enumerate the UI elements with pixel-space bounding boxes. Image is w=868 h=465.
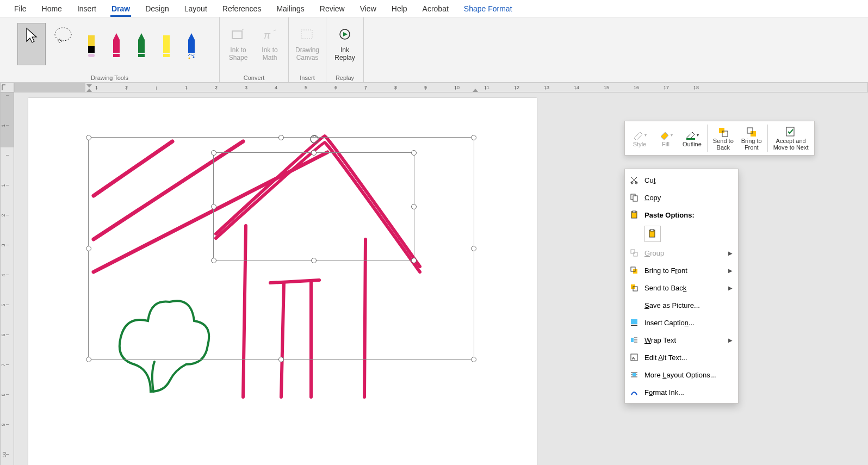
svg-rect-18 <box>232 31 242 39</box>
context-menu: Cut Copy Paste Options: Group ▶ Bring to… <box>624 169 739 404</box>
svg-text:A: A <box>632 356 635 361</box>
accept-move-icon <box>785 126 797 138</box>
cm-wrap-text[interactable]: Wrap Text ▶ <box>625 331 738 349</box>
bring-to-front-icon <box>629 265 639 275</box>
svg-rect-7 <box>113 54 120 57</box>
pen-tool-4[interactable] <box>156 28 177 60</box>
wrap-text-icon <box>629 335 639 345</box>
svg-marker-25 <box>473 89 478 92</box>
cm-cut[interactable]: Cut <box>625 171 738 189</box>
horizontal-ruler[interactable]: 12123456789101112131415161718 <box>14 83 868 92</box>
chevron-right-icon: ▶ <box>728 285 733 291</box>
ruler-row: 12123456789101112131415161718 <box>0 83 868 92</box>
caption-icon <box>629 318 639 327</box>
tab-mailings[interactable]: Mailings <box>269 1 312 16</box>
svg-rect-13 <box>163 54 170 57</box>
lasso-tool-button[interactable] <box>49 23 77 65</box>
tab-view[interactable]: View <box>352 1 384 16</box>
svg-rect-30 <box>751 131 756 137</box>
ribbon: Drawing Tools Ink to Shape π Ink to Math… <box>0 17 868 83</box>
ribbon-group-replay-label: Replay <box>336 73 354 81</box>
mini-outline-button[interactable]: ▾ Outline <box>679 123 705 153</box>
tab-home[interactable]: Home <box>34 1 70 16</box>
cm-copy[interactable]: Copy <box>625 189 738 206</box>
tab-draw[interactable]: Draw <box>104 1 138 16</box>
ribbon-group-drawing-tools-label: Drawing Tools <box>91 73 128 81</box>
svg-rect-27 <box>686 138 695 140</box>
svg-rect-12 <box>163 40 170 53</box>
tab-shape-format[interactable]: Shape Format <box>456 1 520 16</box>
cm-paste-options-header: Paste Options: <box>625 206 738 224</box>
svg-point-17 <box>193 57 194 58</box>
svg-rect-47 <box>631 319 637 324</box>
tab-acrobat[interactable]: Acrobat <box>415 1 456 16</box>
mini-send-to-back-button[interactable]: Send to Back <box>710 123 737 153</box>
cut-icon <box>629 175 639 185</box>
cm-save-as-picture[interactable]: Save as Picture... <box>625 296 738 314</box>
cursor-icon <box>23 26 40 45</box>
layout-icon <box>629 370 639 380</box>
svg-rect-4 <box>88 54 95 57</box>
ink-to-shape-icon <box>230 26 246 45</box>
style-icon: ▾ <box>633 129 647 141</box>
send-to-back-icon <box>629 283 639 293</box>
mini-accept-move-button[interactable]: Accept and Move to Next <box>770 123 812 153</box>
svg-rect-9 <box>138 40 145 53</box>
svg-marker-24 <box>86 89 92 92</box>
pen-tool-3[interactable] <box>131 28 152 60</box>
svg-rect-38 <box>633 211 636 213</box>
ribbon-group-insert-label: Insert <box>300 73 315 81</box>
tab-insert[interactable]: Insert <box>70 1 104 16</box>
svg-rect-28 <box>719 128 724 133</box>
pen-tool-1[interactable] <box>80 28 102 60</box>
svg-rect-49 <box>631 338 634 342</box>
rotate-handle[interactable] <box>309 134 318 143</box>
svg-rect-41 <box>631 250 635 253</box>
tab-review[interactable]: Review <box>312 1 352 16</box>
mini-toolbar: ▾ Style ▾ Fill ▾ Outline Send to Back Br… <box>624 121 815 156</box>
chevron-right-icon: ▶ <box>728 268 733 274</box>
svg-marker-5 <box>113 33 120 40</box>
tab-layout[interactable]: Layout <box>177 1 215 16</box>
cm-edit-alt-text[interactable]: A Edit Alt Text... <box>625 349 738 366</box>
svg-rect-42 <box>634 252 637 256</box>
svg-point-16 <box>188 58 190 59</box>
tab-references[interactable]: References <box>215 1 269 16</box>
outline-icon: ▾ <box>685 129 699 141</box>
mini-bring-to-front-button[interactable]: Bring to Front <box>738 123 765 153</box>
pen-tool-2[interactable] <box>106 28 127 60</box>
tab-file[interactable]: File <box>7 1 34 16</box>
ink-replay-icon <box>337 26 353 45</box>
cm-paste-keep-source[interactable] <box>644 226 661 242</box>
svg-marker-14 <box>188 33 195 40</box>
paste-icon <box>629 210 639 220</box>
cm-more-layout-options[interactable]: More Layout Options... <box>625 366 738 383</box>
mini-fill-button: ▾ Fill <box>653 123 678 153</box>
tab-design[interactable]: Design <box>138 1 177 16</box>
drawing-canvas-icon <box>299 26 315 45</box>
svg-rect-15 <box>188 40 195 53</box>
copy-icon <box>629 193 639 202</box>
svg-rect-10 <box>138 54 145 57</box>
group-icon <box>629 248 639 258</box>
select-tool-button[interactable] <box>17 23 46 65</box>
svg-rect-6 <box>113 40 120 53</box>
svg-rect-32 <box>786 127 794 136</box>
pen-tool-5[interactable] <box>181 28 202 60</box>
cm-insert-caption[interactable]: Insert Caption... <box>625 314 738 331</box>
ink-to-math-button: π Ink to Math <box>256 23 284 65</box>
svg-point-0 <box>55 28 71 41</box>
cm-bring-to-front[interactable]: Bring to Front ▶ <box>625 262 738 279</box>
tab-help[interactable]: Help <box>384 1 415 16</box>
svg-rect-36 <box>633 196 637 201</box>
vertical-ruler[interactable]: 1123456789101112 <box>0 92 14 465</box>
cm-send-to-back[interactable]: Send to Back ▶ <box>625 279 738 296</box>
fill-icon: ▾ <box>659 129 673 141</box>
ink-selection-inner[interactable] <box>213 152 414 261</box>
svg-marker-8 <box>138 33 145 40</box>
svg-point-26 <box>311 135 318 143</box>
ink-to-shape-button: Ink to Shape <box>224 23 252 65</box>
svg-marker-11 <box>163 35 170 40</box>
ink-replay-button[interactable]: Ink Replay <box>331 23 359 65</box>
cm-format-ink[interactable]: Format Ink... <box>625 383 738 401</box>
